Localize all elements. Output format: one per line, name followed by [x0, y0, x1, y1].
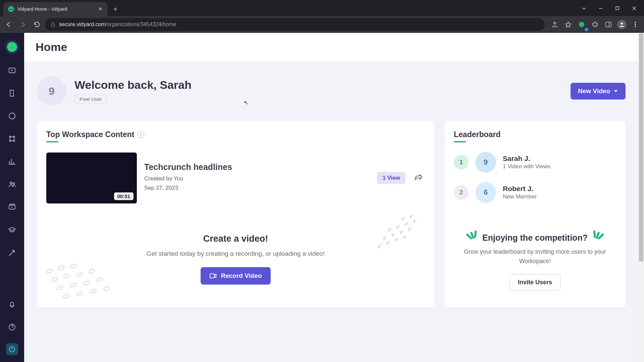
- sidebar-item-education[interactable]: [5, 223, 19, 237]
- sidebar-item-team[interactable]: [5, 178, 19, 191]
- leaderboard-card: Leaderboard 1 9 Sarah J. 1 Video with Vi…: [444, 121, 626, 307]
- leaderboard-sub: 1 Video with Views: [503, 163, 550, 170]
- svg-point-25: [76, 272, 83, 278]
- create-sub: Get started today by creating a recordin…: [107, 249, 365, 258]
- leaderboard-avatar: 9: [475, 152, 496, 173]
- svg-rect-1: [51, 24, 55, 27]
- svg-point-14: [10, 182, 12, 184]
- svg-point-28: [70, 283, 76, 288]
- leaderboard-name: Sarah J.: [503, 155, 550, 163]
- record-icon: [209, 272, 217, 280]
- new-video-button[interactable]: New Video: [571, 83, 626, 100]
- create-video-block: Create a video! Get started today by cre…: [46, 227, 425, 298]
- welcome-row: 9 Welcome back, Sarah Free User New Vide…: [37, 76, 626, 106]
- decoration-arrows-right-icon: [375, 214, 428, 257]
- svg-point-7: [635, 26, 636, 27]
- decoration-dots-left-icon: [43, 261, 117, 308]
- profile-avatar-icon[interactable]: [616, 18, 628, 31]
- url-text: secure.vidyard.com/organizations/3454324…: [59, 21, 176, 27]
- page-header: Home: [24, 33, 638, 62]
- browser-tab[interactable]: ●● Vidyard Home - Vidyard ✕: [3, 2, 107, 16]
- invite-sub: Grow your leaderboard by inviting more u…: [454, 247, 616, 266]
- svg-point-12: [9, 140, 11, 141]
- svg-point-34: [103, 286, 110, 292]
- browser-menu-icon[interactable]: [629, 18, 641, 31]
- share-video-icon[interactable]: [412, 171, 425, 185]
- chevron-down-icon: [613, 89, 618, 94]
- new-tab-button[interactable]: ＋: [112, 4, 119, 13]
- tabs-dropdown-icon[interactable]: [576, 3, 592, 14]
- sidebar-item-analytics[interactable]: [5, 155, 19, 168]
- page-content: ↖ Home 9 Welcome back, Sarah Free User N…: [24, 33, 638, 362]
- bookmark-star-icon[interactable]: [562, 18, 574, 31]
- svg-point-27: [56, 286, 63, 291]
- info-icon[interactable]: i: [138, 131, 144, 138]
- video-date: Sep 27, 2023: [144, 185, 232, 191]
- sidebar-item-rooms[interactable]: [5, 86, 19, 100]
- sidebar-item-library[interactable]: [5, 64, 19, 77]
- maximize-window-icon[interactable]: [610, 3, 625, 14]
- sidebar-item-channels[interactable]: [5, 200, 19, 214]
- video-duration: 00:51: [114, 192, 133, 200]
- svg-point-31: [63, 294, 70, 299]
- top-content-title: Top Workspace Content i: [46, 130, 144, 142]
- sidebar-item-notifications[interactable]: [5, 298, 19, 311]
- leaderboard-avatar: 6: [475, 182, 496, 203]
- create-heading: Create a video!: [107, 234, 365, 244]
- close-tab-icon[interactable]: ✕: [98, 6, 103, 12]
- svg-point-29: [83, 281, 90, 286]
- page-title: Home: [36, 41, 67, 54]
- leaderboard-rank: 2: [454, 185, 469, 200]
- svg-rect-0: [616, 7, 619, 10]
- svg-point-15: [13, 183, 15, 185]
- video-views-badge[interactable]: 1 View: [377, 172, 406, 184]
- new-video-label: New Video: [578, 87, 610, 95]
- minimize-window-icon[interactable]: [593, 3, 608, 14]
- browser-titlebar: ●● Vidyard Home - Vidyard ✕ ＋: [0, 0, 644, 16]
- forward-button[interactable]: [17, 18, 29, 31]
- leaderboard-rank: 1: [454, 155, 469, 170]
- svg-rect-3: [606, 22, 611, 27]
- side-panel-icon[interactable]: [602, 18, 614, 31]
- invite-users-button[interactable]: Invite Users: [509, 274, 560, 291]
- extensions-icon[interactable]: [589, 18, 601, 31]
- app-logo[interactable]: [5, 40, 19, 54]
- svg-point-22: [70, 264, 76, 269]
- sidebar-item-power[interactable]: [6, 343, 18, 355]
- svg-point-2: [579, 22, 584, 27]
- svg-point-23: [51, 277, 58, 283]
- svg-point-30: [96, 277, 103, 283]
- reload-button[interactable]: [31, 18, 43, 31]
- leaderboard-row: 2 6 Robert J. New Member: [454, 182, 616, 203]
- svg-point-33: [90, 289, 97, 294]
- svg-point-13: [13, 140, 15, 141]
- sidebar-item-integrations[interactable]: [5, 132, 19, 145]
- invite-block: Enjoying the competition? Grow your lead…: [454, 233, 616, 297]
- video-thumbnail[interactable]: 00:51: [46, 153, 137, 203]
- vidyard-extension-icon[interactable]: [576, 18, 588, 31]
- video-row: 00:51 Techcrunch headlines Created by Yo…: [46, 153, 425, 203]
- sidebar-item-help[interactable]: [5, 320, 19, 334]
- svg-point-4: [621, 22, 623, 24]
- svg-point-20: [46, 269, 53, 274]
- svg-point-5: [635, 22, 636, 23]
- browser-toolbar: secure.vidyard.com/organizations/3454324…: [0, 16, 644, 33]
- svg-point-26: [88, 269, 95, 274]
- close-window-icon[interactable]: [627, 3, 642, 14]
- svg-point-11: [13, 136, 15, 137]
- back-button[interactable]: [3, 18, 15, 31]
- vertical-scrollbar[interactable]: [638, 33, 644, 362]
- address-bar[interactable]: secure.vidyard.com/organizations/3454324…: [45, 18, 545, 31]
- sidebar-item-insights[interactable]: [5, 109, 19, 123]
- svg-point-21: [58, 265, 65, 271]
- svg-point-6: [635, 24, 636, 25]
- video-title[interactable]: Techcrunch headlines: [144, 162, 232, 172]
- share-page-icon[interactable]: [549, 18, 561, 31]
- svg-rect-35: [210, 274, 214, 278]
- record-video-button[interactable]: Record Video: [201, 267, 270, 285]
- svg-point-32: [76, 292, 83, 297]
- video-creator: Created by You: [144, 175, 232, 182]
- top-content-card: Top Workspace Content i 00:51 Techcrunch…: [37, 121, 434, 307]
- svg-rect-17: [10, 204, 14, 205]
- sidebar-item-campaigns[interactable]: [5, 246, 19, 259]
